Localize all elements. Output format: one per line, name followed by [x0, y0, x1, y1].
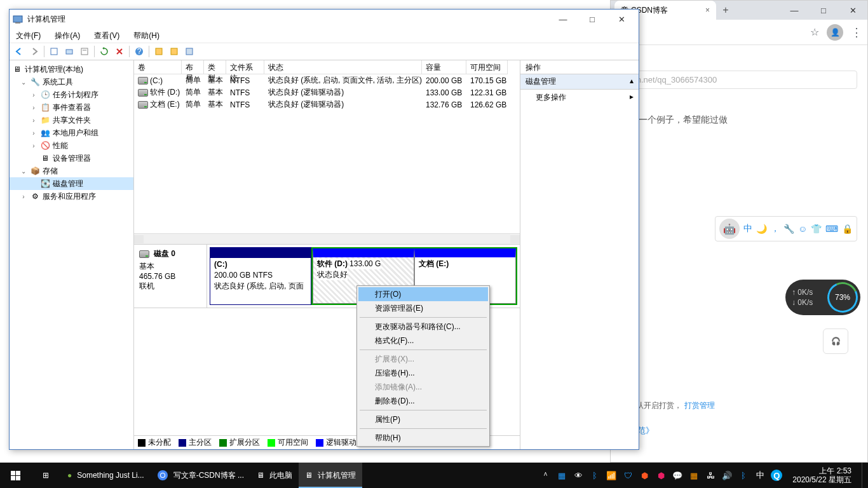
- col-status[interactable]: 状态: [264, 60, 422, 74]
- reward-manage-link[interactable]: 打赏管理: [684, 401, 715, 410]
- ime-punct-button[interactable]: ，: [771, 223, 780, 234]
- expand-icon[interactable]: ›: [30, 117, 37, 124]
- options-button[interactable]: [152, 44, 166, 58]
- close-button[interactable]: ✕: [838, 1, 867, 20]
- back-button[interactable]: [12, 44, 26, 58]
- task-view-button[interactable]: ⊞: [31, 463, 61, 488]
- collapse-icon[interactable]: ⌄: [20, 168, 27, 175]
- tray-network-icon[interactable]: 🖧: [705, 470, 716, 481]
- tray-ime-button[interactable]: 中: [754, 470, 766, 481]
- minimize-button[interactable]: —: [780, 1, 809, 20]
- actions-section-header[interactable]: 磁盘管理▴: [520, 74, 639, 90]
- ime-lock-icon[interactable]: 🔒: [842, 224, 853, 234]
- ime-tool-icon[interactable]: 🔧: [783, 224, 794, 234]
- ime-moon-icon[interactable]: 🌙: [756, 224, 767, 234]
- tree-disk-management[interactable]: 💽磁盘管理: [10, 177, 133, 190]
- network-speed-widget[interactable]: ↑ 0K/s ↓ 0K/s 73%: [785, 280, 860, 315]
- tray-wechat-icon[interactable]: 💬: [672, 470, 683, 481]
- new-tab-button[interactable]: +: [716, 4, 735, 16]
- tree-shared-folders[interactable]: ›📁共享文件夹: [10, 114, 133, 126]
- properties-button[interactable]: [78, 44, 92, 58]
- horizontal-scrollbar[interactable]: [134, 233, 520, 244]
- tray-app2-icon[interactable]: ⬢: [639, 470, 650, 481]
- collapse-icon[interactable]: ⌄: [20, 79, 27, 86]
- disk-info[interactable]: 磁盘 0 基本 465.76 GB 联机: [134, 245, 207, 308]
- up-button[interactable]: [47, 44, 61, 58]
- blog-url-field[interactable]: sdn.net/qq_3066574300: [621, 71, 857, 89]
- close-button[interactable]: ✕: [607, 10, 636, 29]
- menu-help[interactable]: 帮助(H): [131, 29, 162, 43]
- mmc-titlebar[interactable]: 计算机管理 — □ ✕: [10, 10, 639, 29]
- partition-c[interactable]: (C:) 200.00 GB NTFS 状态良好 (系统, 启动, 页面: [210, 247, 311, 305]
- delete-button[interactable]: [112, 44, 126, 58]
- tree-performance[interactable]: ›🚫性能: [10, 139, 133, 152]
- maximize-button[interactable]: □: [809, 1, 838, 20]
- profile-avatar[interactable]: 👤: [827, 24, 843, 41]
- menu-action[interactable]: 操作(A): [52, 29, 83, 43]
- taskbar-music[interactable]: ●Something Just Li...: [61, 463, 151, 488]
- table-row[interactable]: 文档 (E:) 简单 基本 NTFS 状态良好 (逻辑驱动器) 132.76 G…: [134, 98, 520, 111]
- forward-button[interactable]: [27, 44, 41, 58]
- col-filesystem[interactable]: 文件系统: [226, 60, 264, 74]
- tree-task-scheduler[interactable]: ›🕒任务计划程序: [10, 88, 133, 101]
- tray-q-icon[interactable]: Q: [771, 470, 782, 481]
- tab-close-icon[interactable]: ×: [705, 6, 710, 15]
- show-hide-button[interactable]: [62, 44, 76, 58]
- help-button[interactable]: ?: [132, 44, 146, 58]
- ctx-delete[interactable]: 删除卷(D)...: [358, 394, 488, 408]
- taskbar-thispc[interactable]: 🖥此电脑: [250, 463, 299, 488]
- taskbar-chrome[interactable]: 写文章-CSDN博客 ...: [151, 463, 250, 488]
- tree-root[interactable]: 🖥计算机管理(本地): [10, 63, 133, 76]
- tray-wifi-icon[interactable]: 📶: [606, 470, 617, 481]
- ctx-shrink[interactable]: 压缩卷(H)...: [358, 366, 488, 380]
- ctx-format[interactable]: 格式化(F)...: [358, 334, 488, 348]
- tray-bluetooth-icon[interactable]: ᛒ: [589, 470, 600, 481]
- col-layout[interactable]: 布局: [182, 60, 204, 74]
- tray-shield-icon[interactable]: 🛡: [622, 470, 634, 481]
- tray-eye-icon[interactable]: 👁: [573, 470, 584, 481]
- tray-chevron-icon[interactable]: ＾: [539, 470, 551, 481]
- tree-local-users[interactable]: ›👥本地用户和组: [10, 126, 133, 139]
- tray-bt2-icon[interactable]: ᛒ: [738, 470, 749, 481]
- ime-keyboard-icon[interactable]: ⌨: [825, 224, 838, 234]
- tray-app3-icon[interactable]: ⬢: [655, 470, 667, 481]
- minimize-button[interactable]: —: [548, 10, 578, 29]
- ctx-properties[interactable]: 属性(P): [358, 412, 488, 426]
- tree-services[interactable]: ›⚙服务和应用程序: [10, 190, 133, 203]
- expand-icon[interactable]: ›: [20, 193, 27, 200]
- collapse-icon[interactable]: ▴: [630, 76, 634, 87]
- ime-lang-button[interactable]: 中: [743, 223, 752, 234]
- col-volume[interactable]: 卷: [134, 60, 182, 74]
- ctx-change-letter[interactable]: 更改驱动器号和路径(C)...: [358, 320, 488, 334]
- ime-avatar-icon[interactable]: 🤖: [719, 219, 740, 239]
- menu-file[interactable]: 文件(F): [13, 29, 43, 43]
- ctx-explorer[interactable]: 资源管理器(E): [358, 301, 488, 315]
- show-desktop-button[interactable]: [862, 463, 865, 488]
- expand-icon[interactable]: ›: [30, 92, 37, 98]
- taskbar-mmc[interactable]: 🖥计算机管理: [299, 463, 362, 488]
- support-button[interactable]: 🎧: [823, 329, 848, 354]
- tray-volume-icon[interactable]: 🔊: [721, 470, 733, 481]
- col-free[interactable]: 可用空间: [466, 60, 508, 74]
- expand-icon[interactable]: ›: [30, 104, 37, 111]
- refresh-button[interactable]: [97, 44, 111, 58]
- tray-app-icon[interactable]: ▦: [556, 470, 567, 481]
- start-button[interactable]: [0, 463, 31, 488]
- actions-more[interactable]: 更多操作▸: [520, 90, 639, 105]
- col-capacity[interactable]: 容量: [422, 60, 466, 74]
- view-detail-button[interactable]: [182, 44, 196, 58]
- tree-system-tools[interactable]: ⌄🔧系统工具: [10, 76, 133, 88]
- bookmark-icon[interactable]: ☆: [810, 26, 819, 38]
- tree-device-manager[interactable]: 🖥设备管理器: [10, 152, 133, 165]
- ime-emoji-icon[interactable]: ☺: [798, 224, 807, 234]
- kebab-menu-icon[interactable]: ⋮: [851, 25, 862, 39]
- tree-storage[interactable]: ⌄📦存储: [10, 165, 133, 177]
- maximize-button[interactable]: □: [578, 10, 607, 29]
- expand-icon[interactable]: ›: [30, 130, 37, 137]
- taskbar-clock[interactable]: 上午 2:53 2020/5/22 星期五: [787, 466, 857, 485]
- menu-view[interactable]: 查看(V): [92, 29, 122, 43]
- nav-tree[interactable]: 🖥计算机管理(本地) ⌄🔧系统工具 ›🕒任务计划程序 ›📋事件查看器 ›📁共享文…: [10, 60, 134, 449]
- tree-event-viewer[interactable]: ›📋事件查看器: [10, 101, 133, 114]
- ime-skin-icon[interactable]: 👕: [811, 224, 822, 234]
- ctx-help[interactable]: 帮助(H): [358, 431, 488, 445]
